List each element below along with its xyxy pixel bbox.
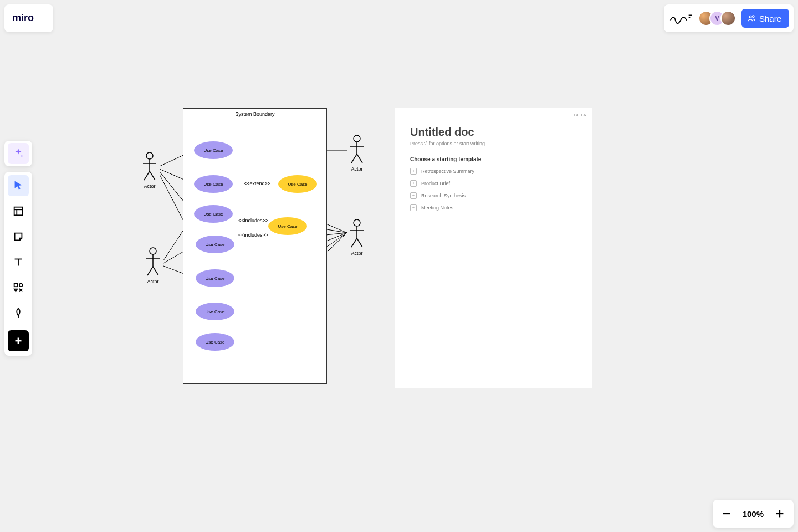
frame-icon [12, 205, 24, 217]
svg-line-48 [357, 154, 362, 163]
shapes-icon [12, 282, 24, 294]
ai-tool[interactable] [8, 143, 29, 164]
add-tool[interactable] [8, 330, 29, 351]
text-icon [12, 256, 24, 268]
system-boundary-title[interactable]: System Boundary [183, 108, 327, 120]
template-label: Retrospective Summary [421, 168, 474, 174]
usecase-node[interactable]: Use Case [268, 217, 307, 235]
people-icon [747, 14, 756, 23]
share-label: Share [759, 14, 781, 23]
svg-point-2 [753, 16, 754, 17]
svg-line-37 [144, 171, 150, 180]
canvas[interactable]: System Boundary Use Case Use Case Use Ca… [0, 0, 798, 532]
template-label: Meeting Notes [421, 205, 453, 211]
svg-line-53 [357, 238, 362, 247]
usecase-node[interactable]: Use Case [278, 175, 317, 193]
template-label: Research Synthesis [421, 193, 466, 198]
svg-line-52 [351, 238, 357, 247]
stick-figure-icon [143, 247, 163, 278]
doc-hint: Press '/' for options or start writing [410, 141, 576, 146]
zoom-bar: 100% [713, 500, 794, 528]
usecase-node[interactable]: Use Case [194, 141, 233, 159]
template-icon: ✦ [410, 192, 417, 199]
sticky-icon [12, 231, 24, 243]
usecase-node[interactable]: Use Case [194, 175, 233, 193]
plus-icon [12, 335, 24, 347]
pen-icon [12, 307, 24, 319]
usecase-node[interactable]: Use Case [196, 333, 234, 351]
actor-label: Actor [351, 166, 362, 172]
collaborator-avatars[interactable]: V [698, 11, 736, 26]
logo[interactable]: miro [4, 4, 53, 32]
actor-label: Actor [351, 250, 362, 256]
usecase-node[interactable]: Use Case [196, 269, 234, 287]
template-label: Product Brief [421, 181, 450, 186]
cursor-icon [12, 180, 24, 192]
sticky-tool[interactable] [8, 226, 29, 247]
sparkle-icon [12, 147, 24, 160]
doc-template-item[interactable]: ✦ Product Brief [410, 180, 576, 187]
actor-label: Actor [144, 183, 155, 189]
doc-panel[interactable]: BETA Untitled doc Press '/' for options … [395, 108, 592, 388]
pen-tool[interactable] [8, 303, 29, 324]
template-icon: ✦ [410, 180, 417, 187]
svg-line-47 [351, 154, 357, 163]
header-right: V Share [664, 4, 794, 32]
zoom-level[interactable]: 100% [743, 509, 764, 519]
svg-point-34 [146, 152, 153, 159]
minus-icon [720, 508, 733, 520]
shapes-tool[interactable] [8, 277, 29, 298]
svg-point-1 [749, 16, 751, 18]
stick-figure-icon [347, 218, 367, 249]
reactions-icon[interactable] [668, 11, 693, 26]
ai-tool-card [4, 141, 32, 166]
actor-label: Actor [147, 279, 158, 284]
svg-line-38 [150, 171, 155, 180]
svg-point-9 [19, 284, 23, 287]
stick-figure-icon [347, 134, 367, 165]
relation-label[interactable]: <<includes>> [238, 218, 268, 223]
actor-node[interactable]: Actor [347, 134, 367, 172]
template-icon: ✦ [410, 204, 417, 211]
svg-point-44 [354, 135, 360, 142]
actor-node[interactable]: Actor [143, 247, 163, 284]
usecase-node[interactable]: Use Case [194, 205, 233, 223]
template-icon: ✦ [410, 168, 417, 175]
main-toolbar [4, 172, 32, 356]
svg-rect-3 [14, 207, 23, 216]
relation-label[interactable]: <<extend>> [244, 181, 270, 186]
share-button[interactable]: Share [741, 9, 789, 28]
svg-point-49 [354, 219, 360, 226]
doc-template-item[interactable]: ✦ Research Synthesis [410, 192, 576, 199]
doc-title[interactable]: Untitled doc [410, 126, 576, 139]
beta-tag: BETA [574, 112, 586, 117]
svg-rect-8 [14, 284, 18, 287]
frame-tool[interactable] [8, 201, 29, 222]
svg-text:miro: miro [12, 12, 34, 23]
doc-template-item[interactable]: ✦ Retrospective Summary [410, 168, 576, 175]
actor-node[interactable]: Actor [347, 218, 367, 256]
plus-icon [774, 508, 786, 520]
svg-point-39 [150, 248, 156, 254]
stick-figure-icon [140, 151, 160, 182]
relation-label[interactable]: <<includes>> [238, 232, 268, 238]
zoom-out-button[interactable] [720, 508, 733, 520]
zoom-in-button[interactable] [774, 508, 786, 520]
miro-logo-icon: miro [12, 12, 45, 25]
doc-template-item[interactable]: ✦ Meeting Notes [410, 204, 576, 211]
select-tool[interactable] [8, 175, 29, 196]
usecase-node[interactable]: Use Case [196, 236, 234, 253]
usecase-node[interactable]: Use Case [196, 303, 234, 320]
doc-section-title: Choose a starting template [410, 156, 576, 162]
svg-line-42 [147, 267, 153, 275]
avatar[interactable] [720, 11, 736, 26]
text-tool[interactable] [8, 252, 29, 273]
svg-line-43 [153, 267, 158, 275]
actor-node[interactable]: Actor [140, 151, 160, 189]
